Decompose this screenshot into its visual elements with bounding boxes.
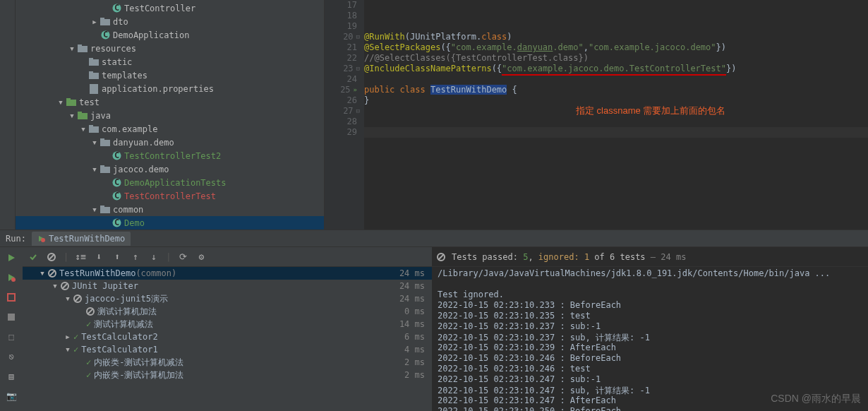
console-line: 2022-10-15 02:23:10.247 : sub:-1 xyxy=(438,374,862,385)
test-row[interactable]: ▼jacoco-junit5演示24 ms xyxy=(23,292,432,305)
code-editor[interactable]: 17 18 19 20⊟21 22 23⊟24 25» 26 27⊟28 29 … xyxy=(325,0,868,230)
tree-item[interactable]: CDemoApplication xyxy=(16,28,324,42)
test-row[interactable]: ▼✓TestCalculator14 ms xyxy=(23,343,432,356)
tree-item[interactable]: ▼danyuan.demo xyxy=(16,136,324,149)
collapse-all-button[interactable]: ⬆ xyxy=(111,251,123,263)
console-line xyxy=(438,279,862,290)
dump-button[interactable]: ⬚ xyxy=(4,329,19,345)
test-row[interactable]: ▶✓TestCalculator26 ms xyxy=(23,330,432,343)
tree-arrow-icon[interactable]: ▼ xyxy=(37,270,48,277)
file-icon xyxy=(89,84,99,94)
tree-item[interactable]: application.properties xyxy=(16,82,324,95)
tree-arrow-icon[interactable]: ▼ xyxy=(66,112,78,119)
tree-arrow-icon[interactable]: ▼ xyxy=(49,282,61,290)
annotation-note: 指定 classname 需要加上前面的包名 xyxy=(576,105,725,116)
tree-item[interactable]: ▼test xyxy=(16,95,324,109)
tree-item[interactable]: static xyxy=(16,55,324,68)
tree-item[interactable]: templates xyxy=(16,68,324,82)
show-passed-button[interactable] xyxy=(27,251,40,263)
tree-arrow-icon[interactable]: ▼ xyxy=(62,295,73,302)
svg-rect-20 xyxy=(100,138,104,141)
console-line: 2022-10-15 02:23:10.250 : BeforeEach xyxy=(438,406,862,411)
tree-item[interactable]: CTestControllerTest xyxy=(16,189,324,203)
tree-arrow-icon[interactable]: ▼ xyxy=(78,126,89,133)
tree-arrow-icon[interactable]: ▶ xyxy=(62,333,73,340)
svg-point-36 xyxy=(11,278,16,282)
tree-item-label: common xyxy=(113,205,143,215)
tree-item[interactable]: CTestControllerTest2 xyxy=(16,149,324,162)
history-button[interactable]: ↻ xyxy=(4,408,19,411)
tree-arrow-icon[interactable]: ▼ xyxy=(62,346,73,353)
test-row[interactable]: ✓测试计算机减法14 ms xyxy=(23,318,432,330)
console-line: 2022-10-15 02:23:10.233 : BeforeEach xyxy=(438,300,862,311)
folder-icon xyxy=(89,71,99,81)
svg-rect-7 xyxy=(78,44,82,47)
next-button[interactable]: ↓ xyxy=(147,251,160,263)
editor-code[interactable]: @RunWith(JUnitPlatform.class) @SelectPac… xyxy=(364,0,868,230)
project-tree[interactable]: CTestController▶dtoCDemoApplication▼reso… xyxy=(16,0,325,230)
svg-rect-6 xyxy=(78,46,88,52)
tree-item[interactable]: ▼jacoco.demo xyxy=(16,162,324,176)
show-ignored-button[interactable] xyxy=(45,251,58,263)
settings-icon[interactable]: ⚙ xyxy=(195,251,207,263)
tree-item[interactable]: CDemo xyxy=(16,216,324,230)
tree-item[interactable]: ▼com.example xyxy=(16,122,324,136)
tree-item[interactable]: ▶dto xyxy=(16,15,324,28)
test-duration: 2 ms xyxy=(404,370,425,380)
ignored-icon xyxy=(48,269,56,278)
expand-all-button[interactable]: ⬇ xyxy=(92,251,105,263)
svg-rect-19 xyxy=(100,140,110,146)
console-line: Test ignored. xyxy=(438,290,862,300)
stop-button[interactable] xyxy=(4,309,19,325)
run-side-toolbar: ⬚ ⎋ ▤ 📷 ↻ ═ 📌 xyxy=(0,247,23,411)
layout-button[interactable]: ▤ xyxy=(4,369,19,384)
tree-item[interactable]: ▼common xyxy=(16,203,324,216)
tree-item-label: application.properties xyxy=(102,84,214,94)
tree-arrow-icon[interactable]: ▼ xyxy=(66,45,78,52)
tree-arrow-icon[interactable]: ▼ xyxy=(55,99,66,106)
export-button[interactable]: 📷 xyxy=(4,388,19,404)
console-output[interactable]: /Library/Java/JavaVirtualMachines/jdk1.8… xyxy=(432,267,868,411)
tree-item-label: Demo xyxy=(124,218,145,228)
rerun-button[interactable] xyxy=(4,250,19,266)
console-line: 2022-10-15 02:23:10.237 : sub:-1 xyxy=(438,321,862,332)
class-icon: C xyxy=(111,191,121,201)
import-button[interactable]: ⟳ xyxy=(176,251,189,263)
test-label: 内嵌类-测试计算机加法 xyxy=(94,369,183,381)
test-row[interactable]: ▼TestRunWithDemo (common)24 ms xyxy=(23,267,432,280)
test-duration: 0 ms xyxy=(404,306,425,316)
svg-rect-37 xyxy=(8,294,15,301)
test-duration: 24 ms xyxy=(399,294,425,304)
pin-button[interactable]: ⎋ xyxy=(4,349,19,364)
sort-button[interactable]: ↕≡ xyxy=(74,251,87,263)
test-row[interactable]: ✓内嵌类-测试计算机加法2 ms xyxy=(23,369,432,381)
run-tab-bar[interactable]: Run: TestRunWithDemo xyxy=(0,230,868,247)
tree-item[interactable]: ▼java xyxy=(16,109,324,122)
test-duration: 4 ms xyxy=(404,345,425,355)
folder-icon xyxy=(78,44,88,54)
prev-button[interactable]: ↑ xyxy=(129,251,142,263)
test-results-panel: | ↕≡ ⬇ ⬆ ↑ ↓ | ⟳ ⚙ ▼TestRunWithDemo (com… xyxy=(23,247,432,411)
tree-item[interactable]: ▼resources xyxy=(16,42,324,55)
rerun-failed-button[interactable] xyxy=(4,270,19,285)
toggle-auto-button[interactable] xyxy=(4,290,19,305)
test-row[interactable]: 测试计算机加法0 ms xyxy=(23,305,432,318)
test-tree[interactable]: ▼TestRunWithDemo (common)24 ms▼JUnit Jup… xyxy=(23,267,432,411)
console-line: 2022-10-15 02:23:10.239 : AfterEach xyxy=(438,342,862,353)
console-line: 2022-10-15 02:23:10.246 : test xyxy=(438,364,862,374)
tree-arrow-icon[interactable]: ▼ xyxy=(89,166,100,173)
folder-icon xyxy=(89,57,99,67)
tree-arrow-icon[interactable]: ▶ xyxy=(89,18,100,25)
tree-item[interactable]: CTestController xyxy=(16,1,324,15)
editor-gutter: 17 18 19 20⊟21 22 23⊟24 25» 26 27⊟28 29 xyxy=(325,0,364,230)
tree-arrow-icon[interactable]: ▼ xyxy=(89,206,100,213)
svg-rect-29 xyxy=(100,207,110,213)
tree-item-label: danyuan.demo xyxy=(113,138,174,148)
run-tab[interactable]: TestRunWithDemo xyxy=(32,232,131,246)
tree-arrow-icon[interactable]: ▼ xyxy=(89,139,100,146)
svg-rect-17 xyxy=(89,126,99,133)
test-row[interactable]: ✓内嵌类-测试计算机减法2 ms xyxy=(23,356,432,369)
tree-item[interactable]: CDemoApplicationTests xyxy=(16,176,324,189)
test-row[interactable]: ▼JUnit Jupiter24 ms xyxy=(23,280,432,292)
svg-line-44 xyxy=(62,283,68,289)
